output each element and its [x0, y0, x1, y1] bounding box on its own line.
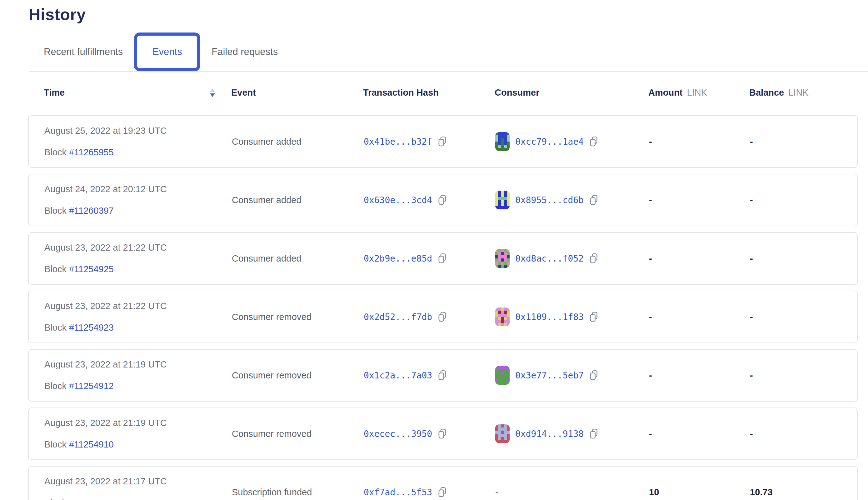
transaction-hash-cell: 0xecec...3950 [364, 429, 495, 439]
table-row: August 23, 2022 at 21:17 UTC Block #1125… [28, 466, 858, 500]
consumer-avatar [495, 191, 510, 209]
block-line: Block #11260397 [44, 206, 232, 216]
consumer-avatar [495, 424, 510, 443]
event-cell: Consumer added [232, 253, 364, 264]
column-header-consumer: Consumer [495, 88, 648, 98]
transaction-hash-cell: 0x41be...b32f [364, 136, 495, 147]
block-label: Block [44, 322, 67, 332]
event-cell: Consumer removed [232, 370, 364, 380]
balance-cell: - [750, 137, 857, 147]
timestamp: August 25, 2022 at 19:23 UTC [44, 126, 232, 136]
block-number-link[interactable]: #11254902 [69, 498, 114, 500]
tab-recent-fulfillments[interactable]: Recent fulfillments [44, 33, 123, 71]
transaction-hash-link[interactable]: 0xf7ad...5f53 [364, 487, 432, 498]
transaction-hash-link[interactable]: 0xecec...3950 [364, 429, 432, 439]
consumer-empty-dash: - [495, 487, 498, 498]
block-label: Block [44, 264, 67, 274]
consumer-address-link[interactable]: 0xcc79...1ae4 [515, 137, 584, 147]
amount-cell: - [649, 370, 750, 380]
consumer-address-link[interactable]: 0x3e77...5eb7 [515, 370, 584, 380]
timestamp: August 24, 2022 at 20:12 UTC [44, 184, 232, 194]
timestamp: August 23, 2022 at 21:19 UTC [44, 418, 232, 428]
block-number-link[interactable]: #11254912 [69, 381, 114, 391]
block-number-link[interactable]: #11254910 [69, 439, 114, 450]
copy-icon[interactable] [438, 487, 447, 498]
consumer-address-link[interactable]: 0xd914...9138 [515, 429, 584, 439]
timestamp: August 23, 2022 at 21:17 UTC [44, 476, 232, 487]
block-number-link[interactable]: #11265955 [69, 147, 114, 157]
consumer-address-link[interactable]: 0x1109...1f83 [515, 312, 584, 322]
copy-icon[interactable] [438, 195, 447, 205]
transaction-hash-link[interactable]: 0x2d52...f7db [364, 312, 432, 322]
block-line: Block #11254912 [44, 381, 232, 391]
table-row: August 23, 2022 at 21:19 UTC Block #1125… [28, 408, 858, 460]
transaction-hash-link[interactable]: 0x630e...3cd4 [364, 195, 432, 205]
copy-icon[interactable] [589, 136, 599, 147]
timestamp: August 23, 2022 at 21:19 UTC [44, 359, 232, 370]
event-cell: Consumer removed [232, 312, 364, 322]
block-number-link[interactable]: #11254925 [69, 264, 114, 274]
consumer-cell: 0xd8ac...f052 [495, 249, 649, 268]
tab-failed-requests[interactable]: Failed requests [212, 33, 278, 71]
copy-icon[interactable] [589, 253, 599, 264]
block-label: Block [44, 381, 67, 391]
column-header-amount: AmountLINK [648, 88, 749, 98]
events-table-body: August 25, 2022 at 19:23 UTC Block #1126… [28, 115, 858, 500]
sort-up-arrow-icon [210, 89, 215, 92]
copy-icon[interactable] [589, 195, 599, 205]
copy-icon[interactable] [589, 311, 599, 322]
history-page: History Recent fulfillments Events Faile… [0, 5, 868, 500]
copy-icon[interactable] [438, 253, 447, 264]
copy-icon[interactable] [438, 429, 447, 439]
block-label: Block [44, 147, 67, 157]
time-cell: August 24, 2022 at 20:12 UTC Block #1126… [44, 184, 232, 216]
table-row: August 25, 2022 at 19:23 UTC Block #1126… [28, 115, 858, 168]
time-cell: August 23, 2022 at 21:19 UTC Block #1125… [44, 359, 232, 391]
block-number-link[interactable]: #11260397 [69, 206, 114, 216]
sort-down-arrow-icon [210, 93, 215, 97]
block-line: Block #11254910 [44, 439, 232, 450]
consumer-address-link[interactable]: 0xd8ac...f052 [515, 253, 584, 264]
transaction-hash-cell: 0x2b9e...e85d [364, 253, 495, 264]
copy-icon[interactable] [589, 429, 599, 439]
tab-events[interactable]: Events [134, 33, 200, 71]
amount-cell: - [649, 137, 750, 147]
copy-icon[interactable] [438, 370, 447, 380]
consumer-cell: 0x3e77...5eb7 [495, 366, 649, 385]
table-row: August 23, 2022 at 21:22 UTC Block #1125… [28, 232, 858, 285]
block-number-link[interactable]: #11254923 [69, 322, 114, 332]
timestamp: August 23, 2022 at 21:22 UTC [44, 301, 232, 311]
transaction-hash-link[interactable]: 0x2b9e...e85d [364, 253, 432, 264]
time-cell: August 23, 2022 at 21:19 UTC Block #1125… [44, 418, 232, 450]
consumer-cell: 0x1109...1f83 [495, 307, 649, 326]
column-header-event: Event [231, 88, 363, 98]
time-cell: August 23, 2022 at 21:22 UTC Block #1125… [44, 242, 232, 274]
consumer-cell: 0xcc79...1ae4 [495, 132, 649, 151]
balance-cell: - [750, 253, 857, 264]
time-cell: August 23, 2022 at 21:22 UTC Block #1125… [44, 301, 232, 333]
consumer-cell: 0x8955...cd6b [495, 191, 649, 209]
column-header-time: Time [44, 88, 231, 98]
consumer-avatar [495, 249, 510, 268]
amount-unit-label: LINK [687, 88, 707, 98]
consumer-address-link[interactable]: 0x8955...cd6b [515, 195, 584, 205]
block-label: Block [44, 439, 67, 450]
transaction-hash-link[interactable]: 0x41be...b32f [364, 137, 432, 147]
amount-cell: 10 [649, 487, 750, 498]
block-line: Block #11265955 [44, 147, 232, 158]
time-cell: August 23, 2022 at 21:17 UTC Block #1125… [44, 476, 232, 500]
consumer-cell: - [495, 487, 649, 498]
block-line: Block #11254925 [44, 264, 232, 274]
transaction-hash-link[interactable]: 0x1c2a...7a03 [364, 370, 432, 380]
copy-icon[interactable] [438, 311, 447, 322]
transaction-hash-cell: 0x630e...3cd4 [364, 195, 495, 205]
event-cell: Consumer removed [232, 429, 364, 439]
amount-cell: - [649, 312, 750, 322]
transaction-hash-cell: 0xf7ad...5f53 [364, 487, 495, 498]
consumer-cell: 0xd914...9138 [495, 424, 649, 443]
time-cell: August 25, 2022 at 19:23 UTC Block #1126… [44, 126, 232, 158]
copy-icon[interactable] [589, 370, 599, 380]
sort-icon[interactable] [210, 89, 215, 97]
copy-icon[interactable] [438, 136, 447, 147]
column-header-balance: BalanceLINK [749, 88, 858, 98]
